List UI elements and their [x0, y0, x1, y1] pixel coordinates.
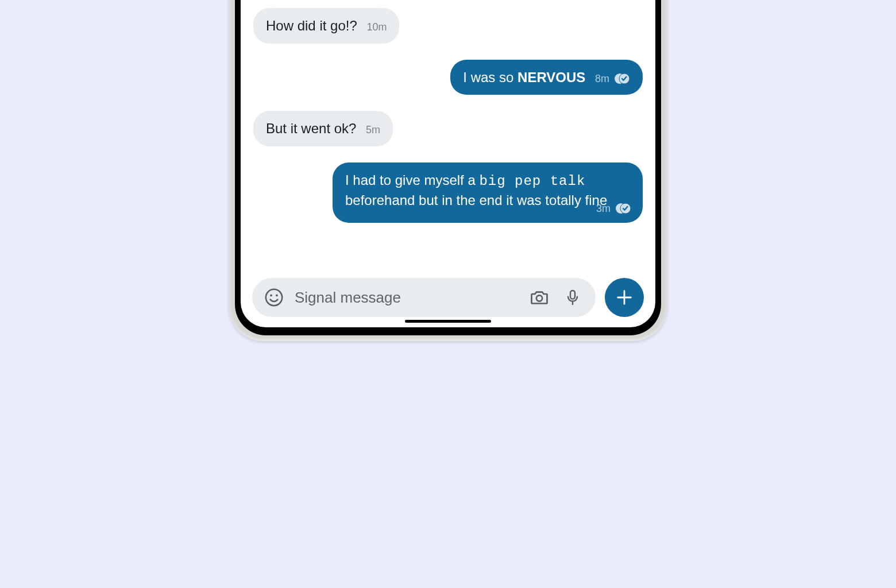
- message-row: I was so NERVOUS 8m: [253, 60, 643, 95]
- message-time: 5m: [366, 123, 380, 137]
- message-text: How did it go!?: [266, 18, 357, 33]
- message-text-bold: NERVOUS: [517, 69, 585, 85]
- message-input-placeholder[interactable]: Signal message: [295, 289, 517, 307]
- emoji-icon[interactable]: [264, 287, 284, 308]
- read-receipt-icon: [615, 203, 631, 214]
- message-text-suffix: beforehand but in the end it was totally…: [345, 192, 607, 208]
- svg-point-7: [536, 295, 542, 301]
- message-row: But it went ok? 5m: [253, 111, 643, 146]
- svg-point-5: [270, 295, 272, 297]
- message-meta: 10m: [366, 20, 387, 34]
- message-meta: 5m: [366, 123, 380, 137]
- message-time: 3m: [596, 202, 611, 216]
- microphone-icon[interactable]: [561, 286, 584, 309]
- outgoing-bubble[interactable]: I was so NERVOUS 8m: [450, 60, 643, 95]
- message-row: I had to give myself a big pep talk befo…: [253, 163, 643, 223]
- phone-screen: Today How did it go!? 10m I was so NERVO…: [241, 0, 655, 327]
- message-text-prefix: I had to give myself a: [345, 172, 479, 188]
- incoming-bubble[interactable]: How did it go!? 10m: [253, 8, 399, 44]
- message-time: 8m: [595, 72, 609, 86]
- phone-frame: Today How did it go!? 10m I was so NERVO…: [229, 0, 667, 341]
- message-text-prefix: I was so: [463, 69, 517, 85]
- message-text: But it went ok?: [266, 121, 356, 136]
- incoming-bubble[interactable]: But it went ok? 5m: [253, 111, 393, 146]
- conversation-scroll[interactable]: Today How did it go!? 10m I was so NERVO…: [241, 0, 655, 273]
- read-receipt-icon: [614, 73, 630, 84]
- message-text-mono: big pep talk: [479, 173, 585, 189]
- android-nav-pill[interactable]: [405, 320, 491, 323]
- svg-point-4: [266, 289, 282, 305]
- camera-icon[interactable]: [528, 286, 551, 309]
- outgoing-bubble[interactable]: I had to give myself a big pep talk befo…: [333, 163, 643, 223]
- message-meta: 3m: [596, 202, 631, 216]
- message-row: How did it go!? 10m: [253, 8, 643, 44]
- svg-point-6: [276, 295, 278, 297]
- add-button[interactable]: [605, 278, 644, 317]
- phone-bezel: Today How did it go!? 10m I was so NERVO…: [235, 0, 661, 335]
- message-time: 10m: [366, 20, 387, 34]
- message-input-container[interactable]: Signal message: [252, 278, 596, 317]
- composer-row: Signal message: [241, 273, 655, 327]
- svg-rect-8: [570, 291, 575, 299]
- message-meta: 8m: [595, 72, 630, 86]
